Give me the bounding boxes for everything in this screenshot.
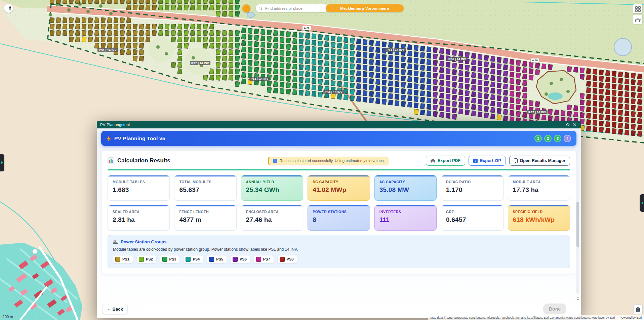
legend-swatch [280,257,285,262]
step-badge-1[interactable]: 1 [534,135,542,142]
stat-label: MODULE AREA [513,180,565,184]
close-button[interactable] [571,123,578,127]
search-input[interactable] [265,6,325,11]
results-manager-icon [514,158,518,163]
stat-value: 1.170 [446,186,498,194]
map-station-label: PS7 | 14 INV [527,110,548,114]
compass-icon [6,4,11,12]
legend-label: PS6 [240,257,247,261]
stat-label: ANNUAL YIELD [246,180,298,184]
stat-card-grz: GRZ0.6457 [441,205,503,231]
map-station-label: PS6 | 14 INV [447,57,468,61]
scale-bar: 100 m [3,315,36,319]
open-results-manager-button[interactable]: Open Results Manager [509,156,570,166]
stat-cards-row-2: SEALED AREA2.81 haFENCE LENGTH4877 mENCL… [108,205,570,231]
collapse-icon [566,123,570,127]
tool-header: PV Planning Tool v5 1234 [101,131,576,146]
stat-label: ENCLOSED AREA [246,210,298,214]
info-icon: i [273,159,277,163]
stat-label: SPECIFIC YIELD [513,210,565,214]
success-toast: i Results calculated successfully. Using… [268,157,389,165]
legend-label: PS7 [263,257,270,261]
groups-title: Power Station Groups [113,239,565,244]
map-station-label: PS3 | 14 INV [249,77,270,81]
expand-left-icon [641,202,643,204]
legend-swatch [139,257,144,262]
close-icon [573,123,576,127]
region-button[interactable]: Mecklenburg-Vorpommern [326,4,404,12]
section-divider [108,169,570,170]
stat-value: 17.73 ha [513,186,565,194]
back-button[interactable]: ← Back [102,304,128,314]
legend-chip-ps8: PS8 [277,255,297,264]
map-station-label: PS4 | 13 INV [323,90,344,94]
overview-icon [635,6,641,12]
trash-button[interactable] [633,305,643,314]
map-station-label: PS5 | 14 INV [385,48,406,52]
dialog-scrollbar[interactable] [576,165,579,294]
power-station-groups-panel: Power Station Groups Module tables are c… [108,235,570,268]
search-icon [258,6,263,10]
expand-right-icon [1,161,3,164]
stat-value: 111 [379,216,432,224]
legend-chip-ps3: PS3 [160,255,180,264]
export-zip-button[interactable]: ↓ Export ZIP [469,156,506,166]
legend-swatch [209,257,214,262]
stat-value: 65.637 [179,186,231,194]
dialog-titlebar[interactable]: PV-Planungstool [97,121,581,128]
legend-label: PS2 [146,257,153,261]
stat-value: 27.46 ha [246,216,298,224]
legend-swatch [233,257,238,262]
right-panel-toggle[interactable] [640,194,644,212]
search-box[interactable] [256,4,328,12]
section-title: Calculation Results [108,157,170,164]
left-panel-toggle[interactable] [0,154,4,171]
dialog-body: PV Planning Tool v5 1234 Calculation Res… [97,128,581,318]
basemap-icon [245,7,248,10]
export-pdf-button[interactable]: Export PDF [426,156,465,166]
collapse-button[interactable] [564,123,571,127]
bar-chart-icon [108,157,114,164]
road-shield-a20: A 20 [302,26,311,30]
basemap-button[interactable] [242,4,250,12]
lightning-icon [107,135,111,142]
legend-label: PS5 [216,257,223,261]
stat-card-dc-capacity: DC CAPACITY41.02 MWp [308,175,370,201]
stat-label: INVERTERS [379,210,432,214]
measure-button[interactable]: ↔ [633,15,642,24]
legend-chip-ps2: PS2 [136,255,157,264]
stat-value: 41.02 MWp [313,186,365,194]
stat-label: TOTAL MODULES [179,180,231,184]
stat-card-specific-yield: SPECIFIC YIELD618 kWh/kWp [508,205,570,231]
step-badge-2[interactable]: 2 [544,135,552,142]
stat-card-fence-length: FENCE LENGTH4877 m [174,205,236,231]
trash-icon [636,307,640,312]
legend-chip-ps4: PS4 [183,255,203,264]
step-badge-4[interactable]: 4 [564,135,571,142]
stat-label: FENCE LENGTH [179,210,231,214]
legend-chip-ps1: PS1 [113,255,133,264]
done-button[interactable]: Done [543,304,566,314]
compass-button[interactable] [4,4,13,13]
overview-map-button[interactable] [633,4,642,13]
dialog-window-title: PV-Planungstool [100,123,130,127]
stat-card-dc-ac-ratio: DC/AC RATIO1.170 [441,175,503,201]
stat-label: DC CAPACITY [313,180,365,184]
app-stage: PS1 | 14 INVPS2 | 14 INVPS3 | 14 INVPS4 … [0,0,644,320]
printer-icon [431,159,435,163]
step-indicator: 1234 [534,135,571,142]
stat-value: 2.81 ha [113,216,165,224]
powered-by-esri: Powered by Esri [619,316,642,319]
stat-label: AC CAPACITY [379,180,432,184]
step-badge-3[interactable]: 3 [554,135,561,142]
legend-chip-ps7: PS7 [254,255,274,264]
stat-card-annual-yield: ANNUAL YIELD25.34 GWh [241,175,303,201]
legend-label: PS3 [169,257,176,261]
pv-planning-dialog: PV-Planungstool PV Planning Too [97,121,581,318]
scrollbar-thumb[interactable] [576,202,579,247]
scroll-arrows[interactable]: ▲▼ [577,296,579,301]
stat-card-module-tables: MODULE TABLES1.683 [108,175,170,201]
tool-title: PV Planning Tool v5 [114,135,165,142]
legend-chip-ps6: PS6 [230,255,250,264]
download-icon: ↓ [473,159,478,163]
